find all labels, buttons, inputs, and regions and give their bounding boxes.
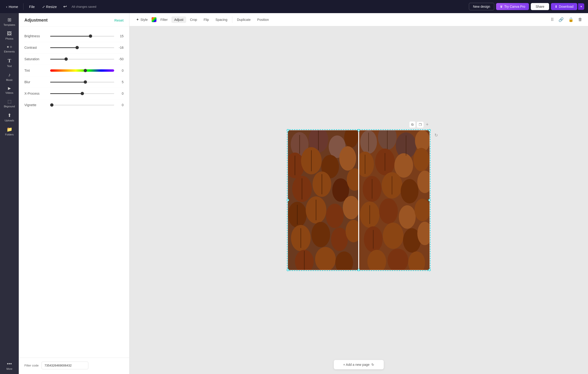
sidebar-item-label-more: More: [6, 367, 12, 370]
new-design-button[interactable]: New design: [469, 3, 494, 10]
refresh-small-icon: ↻: [371, 363, 374, 366]
tint-slider[interactable]: [50, 68, 114, 73]
home-button[interactable]: ‹ Home: [4, 3, 21, 10]
uploads-icon: ⬆: [8, 113, 11, 118]
sidebar-item-uploads[interactable]: ⬆ Uploads: [1, 111, 18, 124]
canvas-area: ⧉ ❐ +: [129, 26, 588, 374]
sidebar-item-folders[interactable]: 📁 Folders: [1, 125, 18, 138]
spacing-button[interactable]: Spacing: [213, 16, 230, 23]
svg-point-8: [339, 146, 356, 171]
add-page-button[interactable]: + Add a new page ↻: [334, 360, 384, 369]
handle-mid-right[interactable]: [428, 199, 431, 201]
refresh-icon[interactable]: ↻: [434, 133, 438, 138]
copy-style-button[interactable]: ⧉: [409, 121, 416, 128]
crown-icon: ♛: [500, 5, 503, 9]
brightness-value: 15: [114, 34, 124, 38]
xprocess-value: 0: [114, 92, 124, 95]
nav-divider: [23, 3, 23, 10]
saturation-label: Saturation: [24, 57, 50, 61]
download-button[interactable]: ⬇ Download: [551, 3, 577, 10]
flip-button[interactable]: Flip: [201, 16, 212, 23]
handle-bottom-right[interactable]: [428, 269, 431, 271]
handle-top-right[interactable]: [428, 129, 431, 132]
duplicate-canvas-button[interactable]: ❐: [417, 121, 424, 128]
download-icon: ⬇: [555, 5, 557, 9]
sidebar-item-label-photos: Photos: [5, 37, 13, 40]
canvas-wrapper: ⧉ ❐ +: [288, 130, 430, 270]
sidebar-item-background[interactable]: ⬚ Bkground: [1, 97, 18, 110]
add-canvas-button[interactable]: +: [425, 121, 430, 128]
color-picker-button[interactable]: [151, 17, 157, 22]
svg-point-41: [394, 153, 413, 178]
svg-point-42: [413, 148, 429, 171]
adjustment-rows: Brightness 15 Contrast: [19, 27, 129, 114]
elements-icon: ✦✧: [6, 45, 12, 49]
download-caret-button[interactable]: ▾: [578, 3, 584, 10]
background-icon: ⬚: [8, 99, 11, 104]
blur-slider[interactable]: [50, 80, 114, 84]
xprocess-slider[interactable]: [50, 91, 114, 96]
templates-icon: ⊞: [8, 17, 11, 22]
filter-button[interactable]: Filter: [158, 16, 170, 23]
file-button[interactable]: File: [26, 3, 38, 10]
crop-button[interactable]: Crop: [187, 16, 200, 23]
handle-mid-left[interactable]: [287, 199, 289, 201]
svg-point-15: [326, 204, 344, 228]
brightness-label: Brightness: [24, 34, 50, 38]
brightness-slider[interactable]: [50, 34, 114, 38]
sidebar-item-label-music: Music: [6, 79, 13, 81]
try-pro-button[interactable]: ♛ Try Canva Pro: [496, 3, 529, 10]
selected-element[interactable]: [288, 130, 430, 270]
link-button[interactable]: 🔗: [556, 16, 566, 24]
handle-bottom-left[interactable]: [287, 269, 289, 271]
contrast-slider[interactable]: [50, 45, 114, 50]
blur-value: 5: [114, 80, 124, 84]
saturation-value: -50: [114, 57, 124, 61]
sidebar-item-label-background: Bkground: [4, 105, 15, 108]
reset-button[interactable]: Reset: [115, 18, 124, 22]
sidebar-item-music[interactable]: ♪ Music: [1, 70, 18, 83]
music-icon: ♪: [8, 72, 10, 78]
text-icon: T: [8, 58, 11, 64]
handle-top-mid[interactable]: [357, 129, 360, 132]
style-button[interactable]: ✦ Style: [133, 16, 150, 23]
handle-bottom-mid[interactable]: [357, 269, 360, 271]
svg-point-19: [331, 228, 348, 251]
grid-dots-button[interactable]: ⠿: [549, 16, 556, 24]
sidebar-item-label-videos: Videos: [5, 91, 13, 94]
sidebar-item-templates[interactable]: ⊞ Templates: [1, 15, 18, 28]
brightness-row: Brightness 15: [24, 31, 124, 42]
delete-button[interactable]: 🗑: [576, 16, 584, 23]
position-button[interactable]: Position: [254, 16, 272, 23]
filter-code-input[interactable]: [42, 362, 88, 369]
vignette-slider[interactable]: [50, 103, 114, 107]
style-icon: ✦: [136, 17, 139, 22]
sidebar-item-more[interactable]: ••• More: [1, 359, 18, 372]
sidebar-item-photos[interactable]: 🖼 Photos: [1, 29, 18, 42]
svg-point-48: [379, 198, 398, 224]
lock-button[interactable]: 🔒: [567, 16, 575, 24]
adjustment-header: Adjustment Reset: [19, 13, 129, 27]
adjust-button[interactable]: Adjust: [171, 16, 186, 23]
top-nav: ‹ Home File ⤢ Resize ↩ All changes saved…: [0, 0, 588, 13]
resize-icon: ⤢: [42, 5, 45, 9]
toolbar: ✦ Style Filter Adjust Crop Flip Spacing …: [129, 13, 588, 26]
sidebar-item-text[interactable]: T Text: [1, 56, 18, 69]
home-label: Home: [9, 5, 18, 9]
handle-top-left[interactable]: [287, 129, 289, 132]
coffee-image-left: [288, 130, 358, 270]
undo-button[interactable]: ↩: [62, 3, 69, 10]
adjustment-title: Adjustment: [24, 18, 48, 23]
tint-row: Tint 0: [24, 65, 124, 76]
saturation-slider[interactable]: [50, 57, 114, 61]
svg-point-45: [401, 179, 419, 203]
add-page-label: + Add a new page: [343, 363, 370, 366]
share-button[interactable]: Share: [531, 3, 549, 10]
saved-status: All changes saved: [72, 5, 96, 9]
blur-row: Blur 5: [24, 76, 124, 88]
duplicate-button[interactable]: Duplicate: [234, 16, 253, 23]
resize-button[interactable]: ⤢ Resize: [39, 3, 60, 10]
sidebar-item-videos[interactable]: ▶ Videos: [1, 84, 18, 96]
sidebar-item-elements[interactable]: ✦✧ Elements: [1, 43, 18, 55]
contrast-row: Contrast -16: [24, 42, 124, 53]
